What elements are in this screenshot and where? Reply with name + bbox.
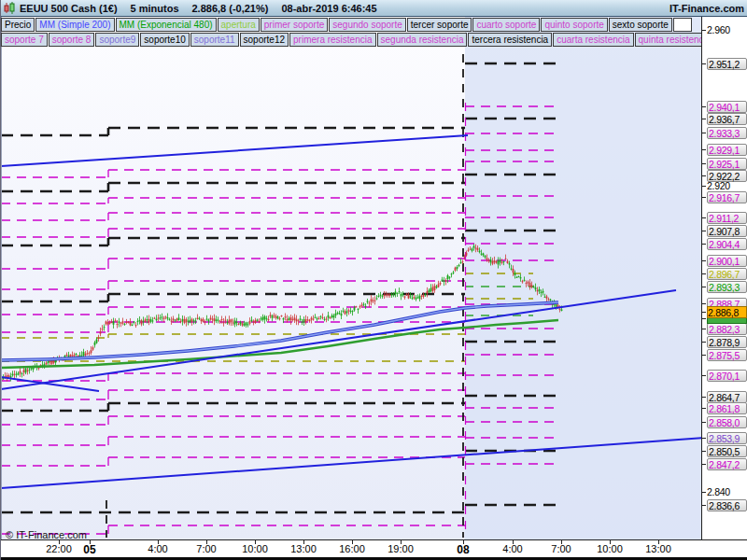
legend-item-empty[interactable] — [673, 18, 692, 32]
price-tick — [702, 260, 706, 261]
price-tick — [702, 375, 706, 376]
trend-line[interactable] — [1, 377, 99, 391]
price-axis-label: 2.911,2 — [707, 212, 747, 224]
last-quote: 2.886,8 (-0,21%) — [192, 3, 269, 14]
legend-item-mm-exponencial-480-[interactable]: MM (Exponencial 480) — [116, 18, 217, 32]
price-tick — [702, 397, 706, 398]
price-tick — [702, 438, 706, 439]
legend-item-tercer-soporte[interactable]: tercer soporte — [407, 18, 472, 32]
price-axis-label: 2.951,2 — [707, 58, 747, 70]
title-bar: EEUU 500 Cash (1€) 5 minutos 2.886,8 (-0… — [1, 0, 747, 17]
price-axis-label: 2.960 — [707, 24, 747, 36]
legend-item-soporte10[interactable]: soporte10 — [140, 33, 189, 47]
legend-row-1: PrecioMM (Simple 200)MM (Exponencial 480… — [1, 18, 701, 32]
price-tick — [702, 464, 706, 465]
price-axis-label: 2.896,7 — [707, 268, 747, 280]
price-axis-label: 2.900,1 — [707, 255, 747, 267]
price-axis-label: 2.861,8 — [707, 402, 747, 414]
chart-canvas[interactable] — [1, 17, 701, 539]
price-axis-label: 2.836,6 — [707, 499, 747, 511]
price-axis-label: 2.875,5 — [707, 349, 747, 361]
price-axis-label: 2.929,1 — [707, 144, 747, 156]
price-axis-label: 2.878,9 — [707, 336, 747, 348]
legend-item-soporte12[interactable]: soporte12 — [240, 33, 289, 47]
price-tick — [702, 451, 706, 452]
price-tick — [702, 217, 706, 218]
price-tick — [702, 119, 706, 119]
legend-item-cuarta-resistencia[interactable]: cuarta resistencia — [553, 33, 633, 47]
price-axis-label: 2.936,7 — [707, 113, 747, 125]
time-axis-label: 7:00 — [196, 543, 216, 554]
price-tick — [702, 106, 706, 107]
time-axis[interactable]: 22:00054:007:0010:0013:0016:0019:00084:0… — [1, 539, 747, 557]
price-axis-label: 2.858,0 — [707, 416, 747, 428]
price-tick — [702, 287, 706, 287]
legend-item-cuarto-soporte[interactable]: cuarto soporte — [472, 18, 540, 32]
price-axis-label: 2.850,5 — [707, 445, 747, 457]
price-axis[interactable]: 2.9602.951,22.940,12.936,72.933,32.929,1… — [701, 17, 747, 539]
price-tick — [702, 163, 706, 164]
quote-datetime: 08-abr-2019 6:46:45 — [281, 3, 376, 14]
price-axis-label: 2.893,3 — [707, 281, 747, 293]
time-axis-label: 10:00 — [242, 543, 268, 554]
legend-item-sexto-soporte[interactable]: sexto soporte — [609, 18, 672, 32]
time-axis-label: 10:00 — [597, 543, 623, 554]
watermark: © IT-Finance.com — [6, 529, 87, 540]
price-axis-label: 2.847,2 — [707, 458, 747, 470]
legend-item-mm-simple-200-[interactable]: MM (Simple 200) — [35, 18, 114, 32]
legend-item-primer-soporte[interactable]: primer soporte — [261, 18, 328, 32]
price-axis-label: 2.933,3 — [707, 127, 747, 139]
price-tick — [702, 342, 706, 343]
legend-item-primera-resistencia[interactable]: primera resistencia — [289, 33, 375, 47]
time-axis-day-label: 05 — [83, 543, 95, 556]
price-tick — [702, 273, 706, 274]
price-axis-label: 2.904,4 — [707, 238, 747, 250]
chart-window: EEUU 500 Cash (1€) 5 minutos 2.886,8 (-0… — [0, 0, 747, 560]
legend-item-apertura[interactable]: apertura — [218, 18, 260, 32]
price-tick — [702, 186, 706, 187]
legend-item-segunda-resistencia[interactable]: segunda resistencia — [377, 33, 468, 47]
time-axis-label: 4:00 — [502, 543, 522, 554]
price-tick — [702, 318, 706, 319]
price-tick — [702, 355, 706, 356]
price-axis-label: 2.916,7 — [707, 191, 747, 203]
price-tick — [702, 329, 706, 329]
legend-item-soporte-7[interactable]: soporte 7 — [1, 33, 48, 47]
current-price-label: 2.886,8 — [707, 306, 747, 318]
time-axis-label: 4:00 — [148, 543, 167, 554]
legend-item-quinta-resistencia[interactable]: quinta resistencia — [635, 33, 701, 47]
time-axis-label: 22:00 — [46, 543, 72, 554]
price-tick — [702, 244, 706, 245]
legend-item-soporte11[interactable]: soporte11 — [190, 33, 239, 47]
price-tick — [702, 505, 706, 506]
legend-row-2: soporte 7soporte 8soporte9soporte10sopor… — [1, 33, 701, 47]
price-axis-label: 2.940,1 — [707, 101, 747, 113]
legend-item-soporte-8[interactable]: soporte 8 — [49, 33, 95, 47]
price-tick — [702, 303, 706, 304]
time-axis-label: 19:00 — [388, 543, 414, 554]
price-axis-label: 2.925,1 — [707, 158, 747, 170]
trend-line[interactable] — [1, 135, 468, 166]
price-tick — [702, 231, 706, 231]
instrument-name: EEUU 500 Cash (1€) — [20, 3, 118, 14]
time-axis-label: 13:00 — [645, 543, 671, 554]
candlestick-icon — [4, 2, 16, 14]
timeframe-label: 5 minutos — [131, 3, 179, 14]
price-tick — [702, 197, 706, 198]
price-axis-label: 2.907,8 — [707, 225, 747, 237]
legend-item-quinto-soporte[interactable]: quinto soporte — [541, 18, 607, 32]
price-axis-label: 2.840 — [707, 486, 747, 498]
legend-item-segundo-soporte[interactable]: segundo soporte — [329, 18, 406, 32]
legend-item-soporte9[interactable]: soporte9 — [95, 33, 139, 47]
time-axis-label: 7:00 — [551, 543, 571, 554]
price-tick — [702, 312, 706, 313]
legend-item-tercera-resistencia[interactable]: tercera resistencia — [468, 33, 552, 47]
chart-pane[interactable]: PrecioMM (Simple 200)MM (Exponencial 480… — [1, 17, 701, 539]
price-tick — [702, 422, 706, 423]
price-tick — [702, 492, 706, 493]
price-tick — [702, 133, 706, 133]
price-tick — [702, 30, 706, 31]
future-session-region — [465, 17, 701, 539]
brand-label: IT-Finance.com — [669, 3, 744, 14]
legend-item-precio[interactable]: Precio — [1, 18, 35, 32]
